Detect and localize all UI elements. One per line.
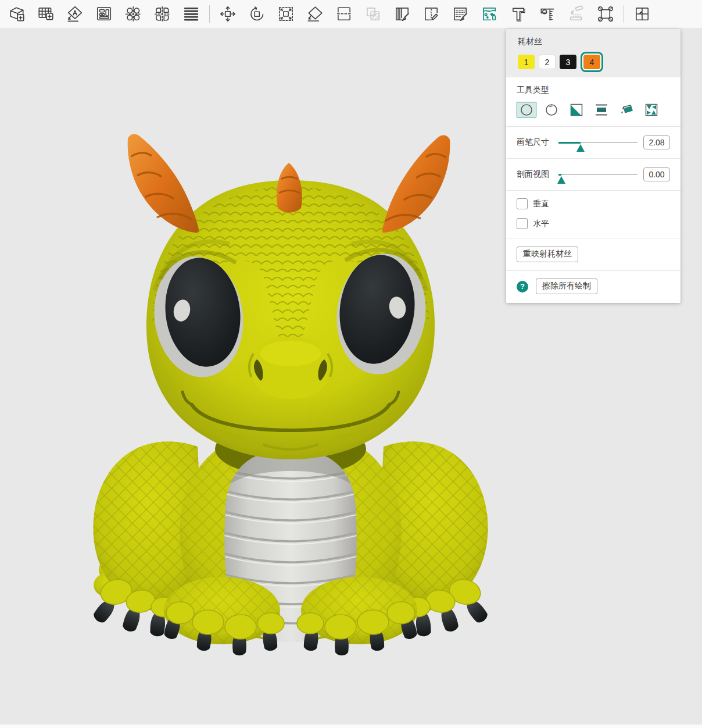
remap-section: 重映射耗材丝 [506,238,680,270]
vertical-checkbox-label: 垂直 [533,199,549,209]
brush-size-input[interactable] [643,135,670,149]
mirror-options-section: 垂直 水平 [506,190,680,238]
horizontal-checkbox-label: 水平 [533,219,549,229]
bottom-strip [0,725,702,728]
brush-size-slider[interactable] [558,142,637,143]
step-mesh-icon[interactable] [562,1,591,27]
split-to-parts-icon[interactable] [148,1,177,27]
place-on-face-icon[interactable] [300,1,329,27]
paint-support-icon[interactable] [388,1,417,27]
scale-icon[interactable] [271,1,300,27]
brush-size-slider-thumb[interactable] [576,144,585,152]
add-cube-icon[interactable] [2,1,31,27]
arrange-icon[interactable] [89,1,119,27]
mesh-boolean-icon[interactable] [359,1,388,27]
filament-title: 耗材丝 [518,37,669,47]
horizontal-checkbox[interactable] [517,218,528,229]
bucket-fill-icon[interactable] [617,102,636,117]
horizontal-check-row: 水平 [517,218,670,229]
filament-section: 耗材丝 1 2 3 4 [506,29,680,77]
filament-options: 1 2 3 4 [518,53,669,70]
section-view-label: 剖面视图 [517,169,553,180]
height-range-icon[interactable] [592,102,611,117]
smart-fill-icon[interactable] [642,102,661,117]
erase-section: ? 擦除所有绘制 [506,270,680,303]
filament-1-button[interactable]: 1 [518,55,535,69]
variable-layer-height-icon[interactable] [177,1,206,27]
cut-icon[interactable] [329,1,359,27]
brush-size-label: 画笔尺寸 [517,137,553,148]
paint-seam-icon[interactable] [417,1,446,27]
section-view-slider-thumb[interactable] [557,176,565,184]
erase-all-button[interactable]: 擦除所有绘制 [536,279,597,294]
color-paint-panel: 耗材丝 1 2 3 4 工具类型 画笔尺寸 [506,29,680,303]
rotate-icon[interactable] [242,1,271,27]
plate-handles-icon[interactable] [591,1,620,27]
application-window: 耗材丝 1 2 3 4 工具类型 画笔尺寸 [0,0,702,728]
help-icon[interactable]: ? [517,281,528,292]
tool-type-options [517,102,670,117]
tool-type-title: 工具类型 [517,85,670,95]
add-plate-icon[interactable] [31,1,60,27]
sphere-brush-icon[interactable] [542,102,561,117]
filament-4-button-selected[interactable]: 4 [583,55,600,69]
filament-3-button[interactable]: 3 [560,55,576,69]
section-view-input[interactable] [643,167,670,181]
split-to-objects-icon[interactable] [119,1,148,27]
paint-color-icon[interactable] [475,1,504,27]
paint-fuzzy-skin-icon[interactable] [446,1,475,27]
vertical-check-row: 垂直 [517,198,670,209]
filament-2-button[interactable]: 2 [539,55,556,69]
measure-icon[interactable] [533,1,562,27]
toolbar-separator [209,5,210,23]
section-view-slider[interactable] [558,174,637,175]
triangle-fill-icon[interactable] [567,102,586,117]
toolbar [0,0,702,28]
vertical-checkbox[interactable] [517,198,528,209]
auto-orient-icon[interactable] [60,1,89,27]
move-icon[interactable] [213,1,242,27]
section-view-row: 剖面视图 [506,158,680,190]
remap-filament-button[interactable]: 重映射耗材丝 [517,247,578,262]
assembly-view-icon[interactable] [628,1,657,27]
circle-brush-icon[interactable] [517,102,536,117]
add-text-icon[interactable] [504,1,533,27]
toolbar-separator [624,5,624,23]
tool-type-section: 工具类型 [506,77,680,126]
brush-size-row: 画笔尺寸 [506,126,680,158]
